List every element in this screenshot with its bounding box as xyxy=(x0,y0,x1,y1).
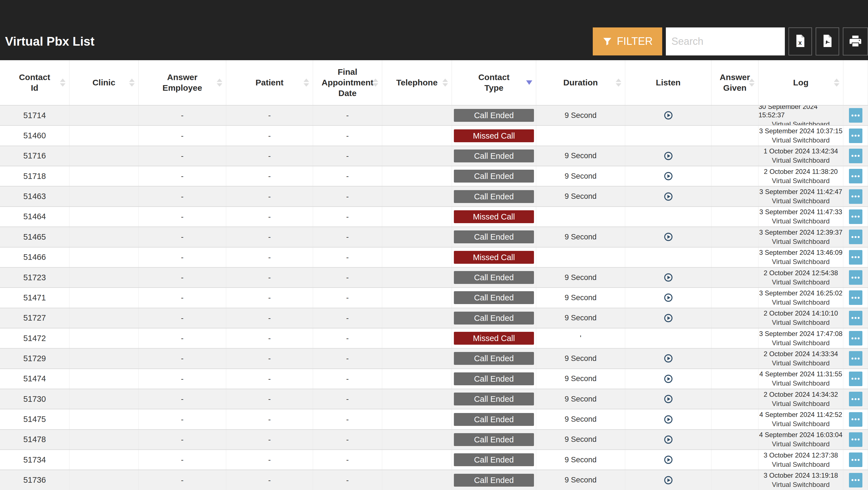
filter-button[interactable]: FILTER xyxy=(593,27,662,56)
clinic-cell xyxy=(69,207,138,226)
row-actions-button[interactable] xyxy=(849,149,862,163)
row-actions-button[interactable] xyxy=(849,432,862,447)
filter-button-label: FILTER xyxy=(617,35,653,47)
column-header-final_appointment_date[interactable]: Final Appointment Date xyxy=(313,60,382,105)
print-button[interactable] xyxy=(843,27,868,56)
contact-id-cell: 51736 xyxy=(0,470,69,490)
sort-desc-icon xyxy=(526,80,532,85)
play-button[interactable] xyxy=(663,292,674,303)
clinic-cell xyxy=(69,470,138,490)
log-cell: 1 October 2024 13:42:34Virtual Switchboa… xyxy=(758,146,843,166)
ellipsis-dot xyxy=(855,317,857,319)
duration-cell: 9 Second xyxy=(536,166,625,186)
row-actions-button[interactable] xyxy=(849,473,862,488)
caret-down-icon xyxy=(60,84,65,87)
row-actions-button[interactable] xyxy=(849,453,862,467)
export-pdf-button[interactable] xyxy=(816,27,839,56)
virtual-pbx-table: Contact IdClinicAnswer EmployeePatientFi… xyxy=(0,60,868,490)
telephone-cell xyxy=(382,470,452,490)
column-header-clinic[interactable]: Clinic xyxy=(69,60,138,105)
row-actions-button[interactable] xyxy=(849,392,862,406)
listen-cell xyxy=(625,288,711,307)
row-actions-button[interactable] xyxy=(849,250,862,265)
column-header-patient[interactable]: Patient xyxy=(226,60,313,105)
column-header-contact_id[interactable]: Contact Id xyxy=(0,60,69,105)
answer-given-cell xyxy=(711,105,758,125)
column-header-label: Answer Employee xyxy=(158,72,207,93)
play-button[interactable] xyxy=(663,373,674,385)
caret-down-icon xyxy=(834,84,839,87)
log-source: Virtual Switchboard xyxy=(772,156,830,165)
telephone-cell xyxy=(382,126,452,145)
row-actions-button[interactable] xyxy=(849,290,862,305)
log-timestamp: 2 October 2024 14:10:10 xyxy=(764,309,838,317)
column-header-contact_type[interactable]: Contact Type xyxy=(452,60,536,105)
contact-type-badge: Missed Call xyxy=(454,129,534,142)
row-actions-button[interactable] xyxy=(849,372,862,386)
row-actions-button[interactable] xyxy=(849,270,862,285)
column-header-duration[interactable]: Duration xyxy=(536,60,625,105)
caret-up-icon xyxy=(373,79,378,82)
play-button[interactable] xyxy=(663,474,674,486)
table-row: 51727---Call Ended9 Second2 October 2024… xyxy=(0,308,868,328)
ellipsis-dot xyxy=(858,479,860,481)
ellipsis-dot xyxy=(858,216,860,218)
duration-cell: 9 Second xyxy=(536,268,625,287)
contact-type-badge: Call Ended xyxy=(454,312,534,325)
ellipsis-dot xyxy=(851,195,854,197)
play-button[interactable] xyxy=(663,414,674,425)
telephone-cell xyxy=(382,146,452,166)
column-header-telephone[interactable]: Telephone xyxy=(382,60,452,105)
column-header-log[interactable]: Log xyxy=(758,60,843,105)
contact-type-cell: Call Ended xyxy=(452,369,536,389)
row-actions-button[interactable] xyxy=(849,412,862,427)
column-header-answer_employee[interactable]: Answer Employee xyxy=(138,60,226,105)
answer-given-cell xyxy=(711,166,758,186)
play-button[interactable] xyxy=(663,434,674,445)
ellipsis-dot xyxy=(855,378,857,380)
play-button[interactable] xyxy=(663,171,674,182)
row-actions-button[interactable] xyxy=(849,128,862,143)
column-header-answer_given[interactable]: Answer Given xyxy=(711,60,758,105)
row-actions-button[interactable] xyxy=(849,331,862,345)
log-timestamp: 1 October 2024 13:42:34 xyxy=(764,147,838,155)
search-input[interactable] xyxy=(666,27,785,56)
actions-cell xyxy=(843,409,868,429)
log-cell: 30 September 2024 15:52:37Virtual Switch… xyxy=(758,105,843,125)
log-cell: 4 September 2024 11:42:52Virtual Switchb… xyxy=(758,409,843,429)
contact-type-badge: Call Ended xyxy=(454,109,534,122)
svg-text:x: x xyxy=(798,39,802,46)
answer-given-cell xyxy=(711,186,758,206)
row-actions-button[interactable] xyxy=(849,189,862,204)
row-actions-button[interactable] xyxy=(849,209,862,224)
row-actions-button[interactable] xyxy=(849,351,862,366)
contact-id-cell: 51475 xyxy=(0,409,69,429)
final-appointment-date-cell: - xyxy=(313,105,382,125)
log-timestamp: 2 October 2024 11:38:20 xyxy=(764,167,838,176)
patient-cell: - xyxy=(226,146,313,166)
play-button[interactable] xyxy=(663,454,674,465)
contact-type-badge: Call Ended xyxy=(454,271,534,284)
ellipsis-dot xyxy=(851,418,854,420)
table-row: 51730---Call Ended9 Second2 October 2024… xyxy=(0,389,868,409)
play-button[interactable] xyxy=(663,191,674,202)
play-button[interactable] xyxy=(663,393,674,405)
row-actions-button[interactable] xyxy=(849,311,862,325)
table-row: 51729---Call Ended9 Second2 October 2024… xyxy=(0,348,868,368)
export-excel-button[interactable]: x xyxy=(788,27,812,56)
table-row: 51723---Call Ended9 Second2 October 2024… xyxy=(0,267,868,287)
row-actions-button[interactable] xyxy=(849,169,862,183)
ellipsis-dot xyxy=(851,236,854,238)
listen-cell xyxy=(625,186,711,206)
listen-cell xyxy=(625,430,711,450)
log-source: Virtual Switchboard xyxy=(772,136,830,145)
play-button[interactable] xyxy=(663,272,674,283)
play-button[interactable] xyxy=(663,353,674,364)
play-button[interactable] xyxy=(663,312,674,324)
play-button[interactable] xyxy=(663,231,674,243)
patient-cell: - xyxy=(226,450,313,469)
play-button[interactable] xyxy=(663,150,674,161)
play-button[interactable] xyxy=(663,110,674,121)
row-actions-button[interactable] xyxy=(849,229,862,244)
row-actions-button[interactable] xyxy=(849,108,862,123)
